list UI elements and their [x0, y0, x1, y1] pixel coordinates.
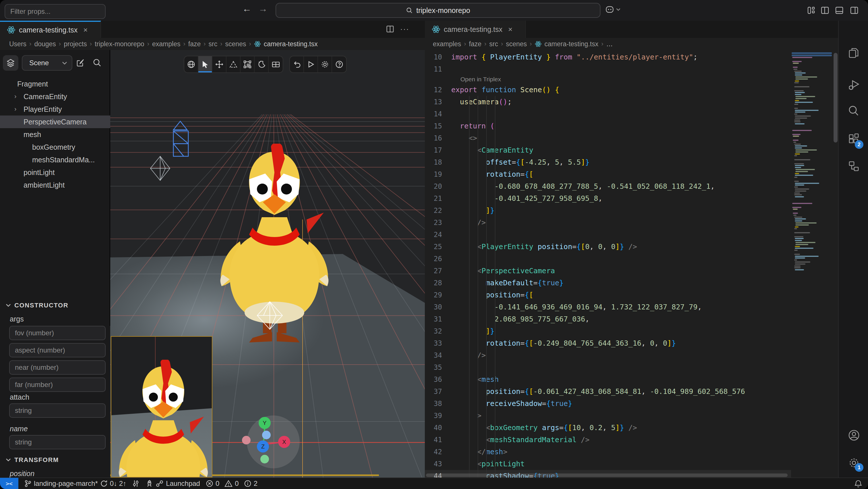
rotate-tool-button[interactable]: [226, 56, 241, 73]
code-line-42[interactable]: 42 </mesh>: [425, 446, 791, 458]
code-line-32[interactable]: 32 ]}: [425, 325, 791, 337]
tab-camera-testing[interactable]: camera-testing.tsx ×: [0, 21, 101, 38]
code-line-19[interactable]: 19 rotation={[: [425, 168, 791, 180]
hierarchy-icon[interactable]: [847, 160, 860, 172]
code-lines[interactable]: 10import { PlayerEntity } from "../entit…: [425, 50, 791, 478]
code-line-15[interactable]: 15 return (: [425, 120, 791, 132]
axis-orientation-gizmo[interactable]: Y X Z: [238, 415, 301, 469]
run-debug-icon[interactable]: [847, 79, 860, 91]
name-input[interactable]: [9, 435, 105, 449]
grid-toggle-button[interactable]: [269, 56, 283, 73]
breadcrumb-segment[interactable]: faze: [188, 40, 200, 48]
tab-camera-testing-right[interactable]: camera-testing.tsx ×: [425, 21, 526, 38]
axis-neg-z-handle[interactable]: [262, 431, 271, 439]
code-line-33[interactable]: 33 rotation={[-0.249_804_765_644_363_16,…: [425, 337, 791, 349]
move-tool-button[interactable]: [212, 56, 226, 73]
scene-tree-item-playerentity[interactable]: ›PlayerEntity: [0, 103, 110, 115]
breadcrumb-segment[interactable]: src: [489, 40, 498, 48]
edit-scene-icon[interactable]: [76, 58, 85, 67]
scene-search-icon[interactable]: [92, 58, 102, 67]
code-line-10[interactable]: 10import { PlayerEntity } from "../entit…: [425, 51, 791, 63]
code-line-40[interactable]: 40 <boxGeometry args={[10, 0.2, 5]} />: [425, 422, 791, 434]
camera-entity-gizmo[interactable]: [166, 120, 195, 158]
breadcrumb-segment[interactable]: faze: [469, 40, 482, 48]
code-line-28[interactable]: 28 makeDefault={true}: [425, 277, 791, 289]
back-button[interactable]: ←: [240, 3, 254, 14]
scene-selector[interactable]: Scene: [22, 55, 72, 71]
light-gizmo-octahedron[interactable]: [148, 154, 172, 182]
arg-input-fov[interactable]: [9, 326, 105, 340]
arg-input-near[interactable]: [9, 360, 105, 375]
play-button[interactable]: [304, 56, 318, 73]
toggle-sidebar-right-icon[interactable]: [849, 6, 859, 15]
scene-tree-item-fragment[interactable]: Fragment: [0, 78, 110, 90]
code-line-17[interactable]: 17 <CameraEntity: [425, 144, 791, 156]
breadcrumb-segment[interactable]: examples: [433, 40, 461, 48]
arg-input-aspect[interactable]: [9, 343, 105, 357]
breadcrumb-segment[interactable]: …: [606, 40, 613, 48]
code-line-43[interactable]: 43 <pointLight: [425, 458, 791, 470]
code-editor[interactable]: 10import { PlayerEntity } from "../entit…: [425, 50, 838, 478]
scene-tree-item-perspectivecamera[interactable]: PerspectiveCamera: [0, 115, 110, 128]
code-line-21[interactable]: 21 -0.401_425_727_958_695_8,: [425, 193, 791, 205]
code-line-13[interactable]: 13 useCamera();: [425, 96, 791, 108]
code-line-38[interactable]: 38 receiveShadow={true}: [425, 398, 791, 410]
scale-tool-button[interactable]: [241, 56, 255, 73]
launchpad-item[interactable]: Launchpad: [145, 480, 200, 488]
scene-tree-item-pointlight[interactable]: pointLight: [0, 166, 110, 179]
search-icon[interactable]: [847, 105, 860, 117]
code-line-39[interactable]: 39 >: [425, 410, 791, 422]
breadcrumb-segment[interactable]: douges: [34, 40, 56, 48]
more-actions-icon[interactable]: ···: [400, 25, 409, 34]
select-tool-button[interactable]: [198, 56, 212, 73]
breadcrumb-segment[interactable]: scenes: [506, 40, 527, 48]
code-line-37[interactable]: 37 position={[-0.061_427_483_068_584_81,…: [425, 385, 791, 398]
code-line-18[interactable]: 18 offset={[-4.25, 5, 5.5]}: [425, 156, 791, 168]
code-line-14[interactable]: 14: [425, 108, 791, 120]
minimap[interactable]: [791, 50, 834, 478]
explorer-icon[interactable]: [847, 47, 860, 59]
filter-props-input[interactable]: [5, 4, 105, 19]
chevron-right-icon[interactable]: ›: [14, 93, 17, 100]
tune-item[interactable]: [132, 480, 140, 488]
code-line-29[interactable]: 29 position={[: [425, 289, 791, 301]
account-icon[interactable]: [847, 429, 861, 442]
codelens-open-in-triplex[interactable]: Open in Triplex: [425, 75, 791, 84]
customize-layout-icon[interactable]: [807, 6, 816, 15]
close-icon[interactable]: ×: [83, 26, 88, 34]
close-icon[interactable]: ×: [508, 25, 513, 34]
split-editor-icon[interactable]: [386, 25, 394, 34]
settings-button[interactable]: [318, 56, 332, 73]
code-line-30[interactable]: 30 -0.141_646_936_469_016_94, 1.732_122_…: [425, 301, 791, 313]
scene-tree-item-ambientlight[interactable]: ambientLight: [0, 179, 110, 191]
axis-neg-y-handle[interactable]: [260, 455, 269, 463]
camera-preview-panel[interactable]: [111, 336, 212, 478]
remote-indicator[interactable]: ><: [0, 478, 19, 489]
breadcrumb-segment[interactable]: Users: [9, 40, 26, 48]
code-line-16[interactable]: 16 <>: [425, 132, 791, 144]
breadcrumb-segment[interactable]: triplex-monorepo: [95, 40, 144, 48]
transform-section-header[interactable]: TRANSFORM: [6, 456, 59, 464]
code-line-25[interactable]: 25 <PlayerEntity position={[0, 0, 0]} />: [425, 241, 791, 253]
point-light-gizmo[interactable]: [256, 300, 284, 330]
scene-tree-item-mesh[interactable]: mesh: [0, 128, 110, 141]
code-line-23[interactable]: 23 />: [425, 217, 791, 229]
chevron-right-icon[interactable]: ›: [14, 106, 17, 113]
notifications-bell[interactable]: [854, 478, 862, 489]
breadcrumb-segment[interactable]: projects: [64, 40, 87, 48]
scene-tree-item-boxgeometry[interactable]: boxGeometry: [0, 141, 110, 153]
scene-tree-item-cameraentity[interactable]: ›CameraEntity: [0, 90, 110, 103]
axis-neg-x-handle[interactable]: [242, 436, 251, 444]
breadcrumb-segment[interactable]: src: [209, 40, 218, 48]
attach-input[interactable]: [9, 403, 105, 418]
code-line-12[interactable]: 12export function Scene() {: [425, 84, 791, 96]
breadcrumb-segment[interactable]: examples: [152, 40, 180, 48]
code-line-22[interactable]: 22 ]}: [425, 205, 791, 217]
code-line-36[interactable]: 36 <mesh: [425, 374, 791, 385]
code-line-31[interactable]: 31 2.068_985_775_667_036,: [425, 313, 791, 325]
constructor-section-header[interactable]: CONSTRUCTOR: [6, 302, 68, 309]
split-editor-left-icon[interactable]: [820, 6, 830, 15]
horizontal-scrollbar[interactable]: [426, 473, 787, 477]
code-line-27[interactable]: 27 <PerspectiveCamera: [425, 265, 791, 277]
project-search-field[interactable]: triplex-monorepo: [276, 3, 600, 18]
